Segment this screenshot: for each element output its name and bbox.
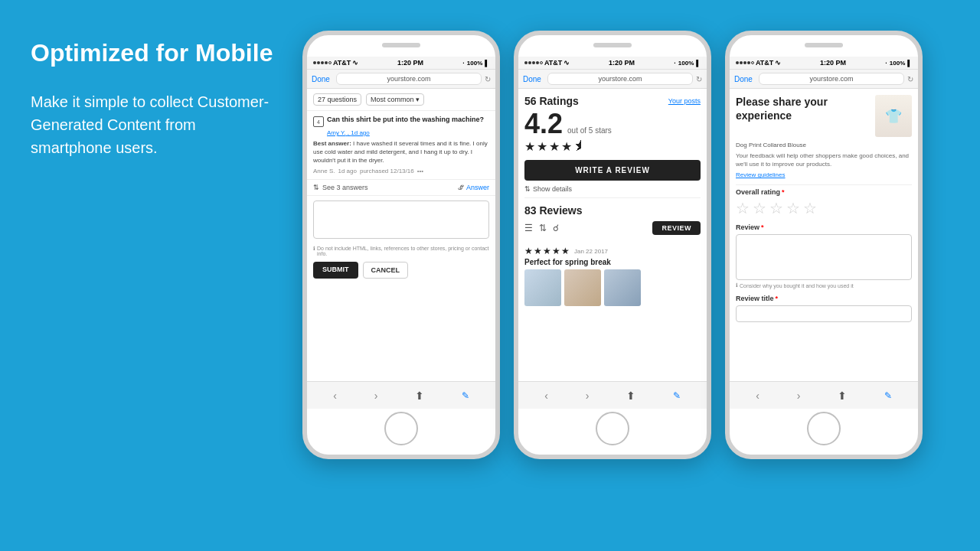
ratings-content: 56 Ratings Your posts 4.2 out of 5 stars… — [518, 89, 707, 409]
battery-icon-2: ▌ — [696, 60, 701, 67]
required-indicator-3: * — [776, 295, 779, 302]
time-1: 1:20 PM — [397, 59, 423, 67]
status-bar-1: AT&T ∿ 1:20 PM ⋅ 100% ▌ — [307, 57, 495, 70]
forward-arrow[interactable]: › — [374, 390, 378, 402]
signal-dot — [321, 61, 324, 64]
review-photo-3 — [604, 269, 641, 306]
cancel-button[interactable]: CANCEL — [363, 262, 409, 279]
review-hint: ℹ Consider why you bought it and how you… — [736, 282, 912, 289]
overall-rating-stars[interactable]: ☆ ☆ ☆ ☆ ☆ — [736, 199, 912, 217]
wifi-icon-3: ∿ — [775, 59, 781, 67]
answer-link[interactable]: Answer — [466, 184, 489, 191]
browser-bar-2: Done yourstore.com ↻ — [518, 70, 707, 89]
time-3: 1:20 PM — [820, 59, 846, 67]
search-icon[interactable]: ☌ — [553, 223, 559, 233]
star-5-half: ⯨ — [573, 139, 586, 154]
bookmark-icon-2[interactable]: ✎ — [673, 390, 681, 401]
write-review-button[interactable]: WRITE A REVIEW — [524, 160, 701, 181]
form-title: Please share your experience — [736, 95, 871, 122]
your-posts-link[interactable]: Your posts — [668, 97, 701, 105]
paperclip-icon: 🖇 — [458, 184, 465, 191]
qa-see-answers-row: ⇅ See 3 answers 🖇 Answer — [307, 180, 495, 196]
bookmark-icon[interactable]: ✎ — [462, 390, 469, 401]
phone-write-review: AT&T ∿ 1:20 PM ⋅ 100% ▌ Done yourstore.c… — [725, 31, 923, 459]
review-photos — [524, 269, 701, 306]
review-textarea[interactable] — [736, 234, 912, 280]
signal-dot — [747, 61, 750, 64]
refresh-icon-2[interactable]: ↻ — [696, 75, 702, 83]
forward-arrow-3[interactable]: › — [797, 390, 801, 402]
review-title-input[interactable] — [736, 305, 912, 322]
back-arrow-2[interactable]: ‹ — [544, 390, 548, 402]
bluetooth-icon-3: ⋅ — [885, 60, 887, 67]
wifi-icon-2: ∿ — [564, 59, 570, 67]
share-icon[interactable]: ⬆ — [415, 390, 424, 402]
guidelines-link[interactable]: Review guidelines — [736, 171, 912, 178]
write-review-content: Please share your experience 👕 Dog Print… — [730, 89, 918, 409]
browser-done-2[interactable]: Done — [523, 75, 544, 83]
input-star-3[interactable]: ☆ — [769, 199, 783, 217]
signal-dot — [540, 61, 543, 64]
battery-2: 100% — [678, 60, 694, 67]
battery-icon-3: ▌ — [907, 60, 912, 67]
signal-dot — [736, 61, 739, 64]
input-star-2[interactable]: ☆ — [753, 199, 766, 217]
time-2: 1:20 PM — [609, 59, 635, 67]
share-icon-3[interactable]: ⬆ — [838, 390, 847, 402]
review-stars-date: ★ ★ ★ ★ ★ Jan 22 2017 — [524, 246, 701, 256]
star-3: ★ — [549, 139, 560, 154]
filter-icon-1[interactable]: ☰ — [524, 223, 533, 233]
signal-dot — [528, 61, 531, 64]
r-star-4: ★ — [552, 246, 560, 256]
info-icon: ℹ — [313, 246, 315, 252]
phone-write-screen: AT&T ∿ 1:20 PM ⋅ 100% ▌ Done yourstore.c… — [730, 57, 918, 409]
input-star-4[interactable]: ☆ — [786, 199, 800, 217]
input-star-1[interactable]: ☆ — [736, 199, 750, 217]
review-button[interactable]: REVIEW — [652, 221, 701, 235]
browser-done-1[interactable]: Done — [312, 75, 333, 83]
input-star-5[interactable]: ☆ — [803, 199, 817, 217]
qa-content: 27 questions Most common ▾ 4 Can this sh… — [307, 89, 495, 409]
see-answers-link[interactable]: See 3 answers — [322, 184, 368, 191]
browser-url-3[interactable]: yourstore.com — [759, 73, 904, 85]
r-star-1: ★ — [524, 246, 533, 256]
battery-3: 100% — [890, 60, 905, 67]
qa-answer: Best answer: I have washed it several ti… — [313, 139, 489, 165]
submit-button[interactable]: SUBMIT — [313, 262, 358, 279]
forward-arrow-2[interactable]: › — [586, 390, 590, 402]
required-indicator-2: * — [761, 223, 764, 231]
carrier-2: AT&T — [544, 59, 562, 67]
more-icon[interactable]: ••• — [417, 168, 423, 174]
product-name: Dog Print Collared Blouse — [736, 142, 912, 148]
show-details[interactable]: ⇅ Show details — [524, 185, 701, 198]
refresh-icon-3[interactable]: ↻ — [907, 75, 913, 83]
bottom-nav-3: ‹ › ⬆ ✎ — [730, 381, 918, 409]
wifi-icon-1: ∿ — [352, 59, 358, 67]
browser-done-3[interactable]: Done — [734, 75, 756, 83]
bluetooth-icon-2: ⋅ — [674, 60, 676, 67]
ratings-header: 56 Ratings Your posts — [524, 95, 701, 107]
r-star-5: ★ — [561, 246, 570, 256]
bookmark-icon-3[interactable]: ✎ — [884, 390, 892, 401]
share-icon-2[interactable]: ⬆ — [626, 390, 635, 402]
star-1: ★ — [524, 139, 535, 154]
answer-input[interactable] — [313, 201, 489, 239]
filter-icon-2[interactable]: ⇅ — [539, 223, 547, 233]
ratings-count: 56 Ratings — [524, 95, 579, 107]
refresh-icon-1[interactable]: ↻ — [485, 75, 491, 83]
signal-dot — [536, 61, 539, 64]
back-arrow-3[interactable]: ‹ — [756, 390, 760, 402]
browser-url-1[interactable]: yourstore.com — [336, 73, 482, 85]
status-bar-3: AT&T ∿ 1:20 PM ⋅ 100% ▌ — [730, 57, 918, 70]
browser-url-2[interactable]: yourstore.com — [547, 73, 693, 85]
review-item: ★ ★ ★ ★ ★ Jan 22 2017 Perfect for spring… — [524, 241, 701, 306]
bottom-nav-2: ‹ › ⬆ ✎ — [518, 381, 707, 409]
filter-icons: ☰ ⇅ ☌ — [524, 223, 559, 233]
sort-dropdown[interactable]: Most common ▾ — [366, 93, 424, 106]
questions-count[interactable]: 27 questions — [313, 93, 361, 106]
review-date: Jan 22 2017 — [574, 248, 608, 255]
main-container: Optimized for Mobile Make it simple to c… — [0, 0, 980, 551]
question-icon: 4 — [313, 116, 324, 127]
back-arrow[interactable]: ‹ — [333, 390, 337, 402]
question-user: Amy Y. , 1d ago — [327, 129, 489, 136]
